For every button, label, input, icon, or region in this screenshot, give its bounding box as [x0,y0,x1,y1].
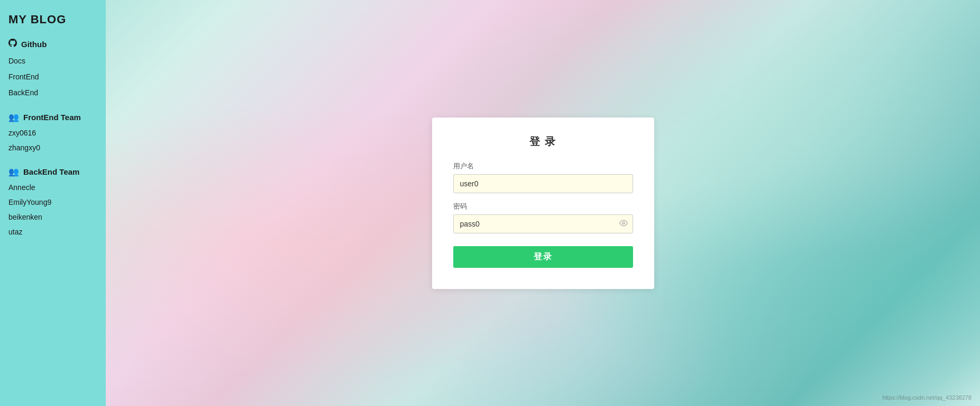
frontend-team-label: FrontEnd Team [23,113,81,122]
sidebar-member-utaz[interactable]: utaz [0,224,106,239]
github-label: Github [21,40,47,49]
login-card: 登 录 用户名 密码 登录 [432,118,654,289]
frontend-team-header: 👥 FrontEnd Team [0,106,106,125]
backend-team-header: 👥 BackEnd Team [0,160,106,180]
sidebar-member-beikenken[interactable]: beikenken [0,210,106,224]
github-icon [8,39,17,49]
sidebar: MY BLOG Github Docs FrontEnd BackEnd 👥 F… [0,0,106,406]
svg-point-0 [622,222,625,224]
docs-label: Docs [8,57,25,65]
password-input[interactable] [453,214,633,233]
username-input[interactable] [453,174,633,193]
main-content: 登 录 用户名 密码 登录 https://blog.csdn.net/qq_4… [106,0,980,406]
password-toggle-icon[interactable] [619,219,628,229]
backend-team-icon: 👥 [8,167,19,177]
backend-label: BackEnd [8,88,38,97]
username-label: 用户名 [453,161,633,171]
attribution-text: https://blog.csdn.net/qq_43238278 [882,394,972,401]
sidebar-item-docs[interactable]: Docs [0,53,106,69]
sidebar-item-backend[interactable]: BackEnd [0,85,106,101]
username-group: 用户名 [453,161,633,193]
sidebar-item-frontend[interactable]: FrontEnd [0,69,106,85]
password-group: 密码 [453,202,633,233]
password-label: 密码 [453,202,633,211]
login-title: 登 录 [453,134,633,149]
sidebar-item-github[interactable]: Github [0,35,106,53]
frontend-team-icon: 👥 [8,112,19,122]
login-button[interactable]: 登录 [453,246,633,268]
sidebar-member-zhangxy0[interactable]: zhangxy0 [0,140,106,155]
sidebar-member-annecle[interactable]: Annecle [0,180,106,195]
frontend-label: FrontEnd [8,73,39,81]
backend-team-label: BackEnd Team [23,167,79,176]
sidebar-member-emilyyoung9[interactable]: EmilyYoung9 [0,195,106,210]
sidebar-member-zxy0616[interactable]: zxy0616 [0,125,106,140]
site-title: MY BLOG [0,8,106,35]
password-wrapper [453,214,633,233]
